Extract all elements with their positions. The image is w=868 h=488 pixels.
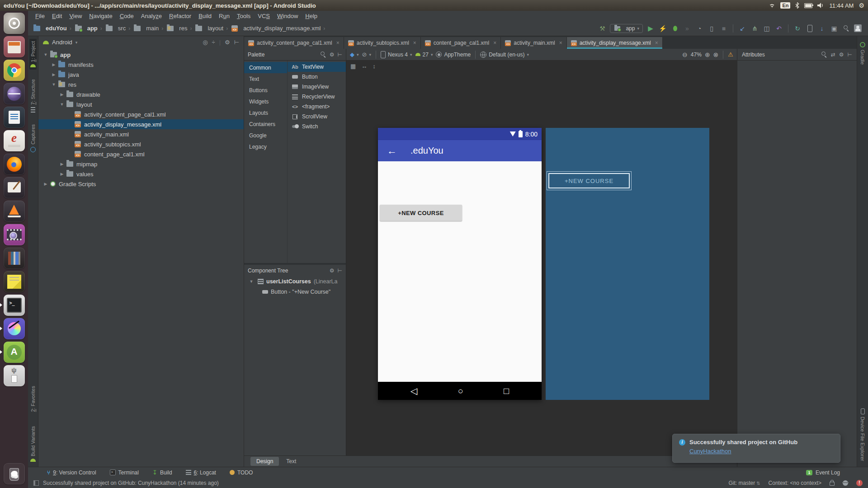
- menu-tools[interactable]: Tools: [233, 12, 254, 20]
- zoom-fit-icon[interactable]: ⊗: [713, 51, 719, 58]
- chevron-right-icon[interactable]: ▶: [58, 162, 66, 166]
- chevron-right-icon[interactable]: ▶: [58, 172, 66, 176]
- zoom-in-icon[interactable]: ⊕: [705, 51, 710, 58]
- firefox-icon[interactable]: [4, 154, 25, 175]
- menu-analyze[interactable]: Analyze: [137, 12, 165, 20]
- menu-help[interactable]: Help: [302, 12, 321, 20]
- component-tree-root-item[interactable]: ▼ userListCourses (LinearLa: [244, 276, 346, 286]
- tree-item-gradle-scripts[interactable]: ▶Gradle Scripts: [38, 179, 244, 189]
- tool-tab-gradle[interactable]: Gradle: [859, 40, 866, 67]
- vcs-share-icon[interactable]: ⋔: [750, 23, 759, 33]
- tool-window-button-terminal[interactable]: Terminal: [110, 469, 139, 476]
- breadcrumb-activity-display-message-xml[interactable]: activity_display_message.xml: [231, 25, 321, 32]
- new-course-button[interactable]: +NEW COURSE: [380, 205, 462, 221]
- event-log-button[interactable]: 1 Event Log: [806, 469, 840, 476]
- vlc-icon[interactable]: [4, 201, 25, 222]
- mode-tab-text[interactable]: Text: [280, 457, 302, 466]
- tab-activity-display-message-xml[interactable]: activity_display_message.xml×: [567, 37, 663, 49]
- attach-debugger-icon[interactable]: ▯: [707, 23, 716, 33]
- project-structure-icon[interactable]: ▣: [830, 23, 839, 33]
- tree-item-drawable[interactable]: ▶drawable: [38, 89, 244, 99]
- chevron-right-icon[interactable]: ▶: [58, 92, 66, 97]
- git-branch-widget[interactable]: Git: master⇅: [729, 480, 760, 486]
- wifi-icon[interactable]: [769, 3, 775, 8]
- palette-item-recyclerview[interactable]: RecyclerView: [288, 92, 346, 102]
- tool-tab-2-favorites[interactable]: 2: Favorites: [29, 384, 37, 416]
- avd-manager-icon[interactable]: [805, 23, 814, 33]
- minimize-panel-icon[interactable]: ⊢: [338, 52, 342, 58]
- palette-item-button[interactable]: Button: [288, 72, 346, 82]
- tool-tab-7-structure[interactable]: 7: Structure: [29, 77, 37, 115]
- palette-item-textview[interactable]: AbTextView: [288, 62, 346, 72]
- minimize-panel-icon[interactable]: ⊢: [338, 267, 342, 274]
- menu-edit[interactable]: Edit: [48, 12, 66, 20]
- gradle-sync-icon[interactable]: ↻: [793, 23, 802, 33]
- run-configuration-selector[interactable]: app ▾: [610, 24, 643, 33]
- battery-icon[interactable]: [804, 3, 812, 8]
- horizontal-resize-icon[interactable]: ↔: [361, 63, 367, 70]
- tab-activity-main-xml[interactable]: activity_main.xml×: [501, 37, 566, 49]
- close-icon[interactable]: ×: [655, 40, 658, 46]
- menu-view[interactable]: View: [66, 12, 85, 20]
- search-icon[interactable]: [821, 52, 827, 57]
- palette-category-containers[interactable]: Containers: [244, 118, 287, 130]
- menu-build[interactable]: Build: [195, 12, 215, 20]
- design-surface-selector[interactable]: ◆▾: [350, 51, 359, 58]
- device-design-preview[interactable]: 8:00 ← .eduYou +NEW COURSE ◁ ○ □: [378, 128, 542, 400]
- menu-window[interactable]: Window: [274, 12, 302, 20]
- close-icon[interactable]: ×: [559, 40, 562, 46]
- toolwindow-switcher-icon[interactable]: [33, 480, 39, 486]
- design-surface[interactable]: ▦ ↔ ↕ 8:00 ← .eduYou +NEW COURSE ◁: [346, 61, 737, 455]
- tree-item-app[interactable]: ▼app: [38, 50, 244, 60]
- vertical-resize-icon[interactable]: ↕: [373, 63, 376, 70]
- show-constraints-icon[interactable]: ▦: [350, 63, 356, 70]
- tree-item-content-page-cal1-xml[interactable]: content_page_cal1.xml: [38, 149, 244, 159]
- menu-vcs[interactable]: VCS: [254, 12, 274, 20]
- tree-item-java[interactable]: ▶java: [38, 70, 244, 80]
- keyboard-layout-indicator[interactable]: En: [780, 2, 790, 9]
- debug-button[interactable]: [670, 23, 679, 33]
- palette-category-legacy[interactable]: Legacy: [244, 141, 287, 152]
- profile-button[interactable]: »: [683, 23, 692, 33]
- vcs-update-icon[interactable]: ↙: [738, 23, 747, 33]
- chrome-icon[interactable]: [4, 60, 25, 81]
- tool-window-button-todo[interactable]: TODO: [230, 469, 253, 476]
- stop-button[interactable]: ■: [719, 23, 728, 33]
- tree-item-manifests[interactable]: ▶manifests: [38, 60, 244, 70]
- palette-category-common[interactable]: Common: [244, 62, 287, 73]
- breadcrumb-res[interactable]: res: [166, 25, 187, 32]
- notification-balloon[interactable]: i Successfully shared project on GitHub …: [672, 434, 840, 463]
- ide-error-icon[interactable]: !: [856, 480, 863, 486]
- sticky-notes-icon[interactable]: [4, 271, 25, 292]
- palette-category-text[interactable]: Text: [244, 73, 287, 84]
- search-icon[interactable]: [321, 52, 326, 57]
- project-view-selector[interactable]: Android: [52, 39, 72, 46]
- bluetooth-icon[interactable]: [795, 2, 799, 9]
- apply-changes-icon[interactable]: ⚡: [658, 23, 667, 33]
- libreoffice-writer-icon[interactable]: [4, 107, 25, 128]
- tree-item-layout[interactable]: ▼layout: [38, 99, 244, 109]
- tool-tab-device-file-explorer[interactable]: Device File Explorer: [859, 406, 866, 463]
- tree-item-activity-subtopics-xml[interactable]: activity_subtopics.xml: [38, 139, 244, 149]
- document-viewer-icon[interactable]: [4, 130, 25, 151]
- menu-refactor[interactable]: Refactor: [165, 12, 195, 20]
- eclipse-icon[interactable]: [4, 83, 25, 104]
- chevron-right-icon[interactable]: ▶: [50, 62, 57, 67]
- ubuntu-dash-icon[interactable]: [4, 13, 25, 34]
- palette-item-imageview[interactable]: ImageView: [288, 82, 346, 92]
- blueprint-new-course-button[interactable]: +NEW COURSE: [547, 171, 632, 190]
- notification-link[interactable]: CunyHackathon: [689, 448, 834, 455]
- palette-category-buttons[interactable]: Buttons: [244, 84, 287, 96]
- palette-category-google[interactable]: Google: [244, 130, 287, 141]
- tool-tab-1-project[interactable]: 1: Project: [29, 39, 37, 70]
- tree-item-activity-main-xml[interactable]: activity_main.xml: [38, 129, 244, 139]
- tab-content-page-cal1-xml[interactable]: content_page_cal1.xml×: [421, 37, 501, 49]
- lint-warning-icon[interactable]: ⚠: [728, 51, 733, 58]
- device-selector[interactable]: Nexus 4▾: [381, 51, 412, 58]
- user-avatar[interactable]: [854, 24, 862, 32]
- close-icon[interactable]: ×: [413, 40, 416, 46]
- palette-item-scrollview[interactable]: ScrollView: [288, 112, 346, 122]
- tool-window-button-build[interactable]: ↧Build: [152, 469, 172, 476]
- s dk-manager-icon[interactable]: ↓: [817, 23, 826, 33]
- menu-navigate[interactable]: Navigate: [85, 12, 116, 20]
